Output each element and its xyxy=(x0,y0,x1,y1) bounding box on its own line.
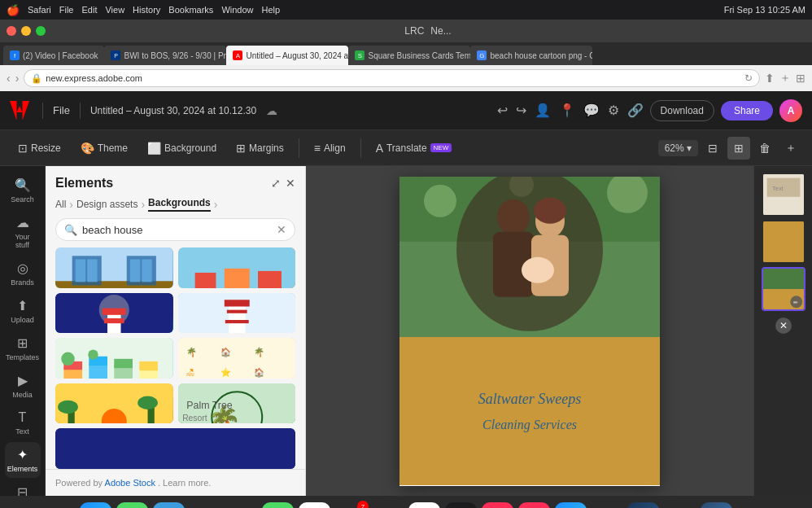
fit-icon[interactable]: ⊟ xyxy=(701,137,724,160)
sysbar-bookmarks[interactable]: Bookmarks xyxy=(168,5,213,15)
redo-icon[interactable]: ↪ xyxy=(516,103,526,118)
user-avatar[interactable]: A xyxy=(779,99,802,122)
link-icon[interactable]: 🔗 xyxy=(627,103,644,118)
background-image-6[interactable]: 🌴 🏠 🌴 🏖 ⭐ 🏠 🌴 🌴 🏖 xyxy=(178,338,296,379)
search-clear-button[interactable]: ✕ xyxy=(277,223,286,236)
background-color-button[interactable]: ⬜ Background xyxy=(139,138,225,158)
canvas-area[interactable]: Page 1 / 1 – Add title xyxy=(306,166,753,496)
window-close-button[interactable] xyxy=(7,26,16,36)
dock-lrc[interactable]: LRC xyxy=(627,502,659,508)
dock-appstore[interactable]: 🅰 xyxy=(555,502,587,508)
settings-icon[interactable]: ⚙ xyxy=(608,103,619,118)
dock-facetime[interactable]: 📹 xyxy=(262,502,294,508)
panel-close-button[interactable]: ✕ xyxy=(286,177,295,190)
search-input[interactable] xyxy=(82,224,272,236)
sysbar-edit[interactable]: Edit xyxy=(81,5,97,15)
sysbar-view[interactable]: View xyxy=(105,5,124,15)
sidebar-item-upload[interactable]: ⬆ Upload xyxy=(5,293,41,329)
undo-icon[interactable]: ↩ xyxy=(497,103,508,118)
reload-icon[interactable]: ↻ xyxy=(744,72,753,84)
dock-photos[interactable]: 🖼 xyxy=(225,502,257,508)
dock-music[interactable]: 🎵 xyxy=(482,502,513,508)
grid-view-icon[interactable]: ⊞ xyxy=(727,137,750,160)
dock-news[interactable]: 📰 xyxy=(518,502,550,508)
sidebar-item-elements[interactable]: ✦ Elements xyxy=(5,442,41,478)
sidebar-toggle-icon[interactable]: ⊞ xyxy=(796,72,805,85)
background-image-4[interactable] xyxy=(178,293,296,334)
adobe-stock-link[interactable]: Adobe Stock xyxy=(105,478,155,488)
dock-preview[interactable]: 🖼 xyxy=(737,502,769,508)
sidebar-item-text[interactable]: T Text xyxy=(5,405,41,440)
panel-close-x-button[interactable]: ✕ xyxy=(775,318,792,334)
sysbar-file[interactable]: File xyxy=(59,5,74,15)
canvas-page[interactable]: Saltwater Sweeps Cleaning Services xyxy=(399,177,660,486)
location-icon[interactable]: 📍 xyxy=(559,103,575,118)
sysbar-safari[interactable]: Safari xyxy=(28,5,51,15)
thumbnail-2[interactable] xyxy=(762,220,805,264)
resize-button[interactable]: ⊡ Resize xyxy=(10,138,69,158)
tab-square[interactable]: S Square Business Cards Templates &... xyxy=(348,46,470,65)
nav-forward-icon[interactable]: › xyxy=(15,72,20,85)
dock-safari[interactable]: 🧭 xyxy=(80,502,111,508)
download-button[interactable]: Download xyxy=(650,100,714,121)
dock-messages[interactable]: 💬 xyxy=(116,502,148,508)
tab-backgrounds[interactable]: Backgrounds xyxy=(148,197,211,212)
dock-calendar[interactable]: SEP 13 xyxy=(299,502,330,508)
dock-lr[interactable]: Lr xyxy=(701,502,732,508)
thumbnail-1[interactable]: Text xyxy=(762,173,805,217)
window-maximize-button[interactable] xyxy=(36,26,46,36)
tab-adobe[interactable]: A Untitled – August 30, 2024 at 10.12.30 xyxy=(226,46,348,65)
comment-icon[interactable]: 💬 xyxy=(583,103,600,118)
dock-finder[interactable]: 🖥 xyxy=(7,502,38,508)
add-page-icon[interactable]: ＋ xyxy=(779,137,802,160)
delete-page-icon[interactable]: 🗑 xyxy=(753,137,776,160)
dock-prefs[interactable]: 🔧 xyxy=(592,502,623,508)
sidebar-item-brands[interactable]: ◎ Brands xyxy=(5,256,41,291)
sidebar-item-templates[interactable]: ⊞ Templates xyxy=(5,331,41,366)
dock-textedit[interactable]: 📄 xyxy=(664,502,696,508)
background-image-5[interactable] xyxy=(55,338,173,379)
sidebar-item-your-stuff[interactable]: ☁ Your stuff xyxy=(5,210,41,254)
background-image-3[interactable] xyxy=(55,293,173,334)
file-menu-button[interactable]: File xyxy=(53,104,70,116)
background-image-7[interactable] xyxy=(55,383,173,424)
share-button[interactable]: Share xyxy=(721,101,773,120)
align-button[interactable]: ≡ Align xyxy=(306,138,354,158)
dock-trash[interactable]: 🗑 xyxy=(774,502,805,508)
dock-settings[interactable]: ⚙ xyxy=(43,502,75,508)
sidebar-item-search[interactable]: 🔍 Search xyxy=(5,173,41,208)
sysbar-window[interactable]: Window xyxy=(221,5,253,15)
search-bar[interactable]: 🔍 ✕ xyxy=(55,218,295,241)
tab-google[interactable]: G beach house cartoon png - Google... xyxy=(470,46,592,65)
dock-reminders[interactable]: 📋 7 xyxy=(335,502,367,508)
translate-button[interactable]: A Translate NEW xyxy=(368,138,461,158)
share-icon[interactable]: ⬆ xyxy=(765,72,775,85)
background-image-1[interactable] xyxy=(55,247,173,288)
dock-appletv[interactable]: 📺 xyxy=(445,502,477,508)
dock-maps[interactable]: 🗺 xyxy=(190,502,221,508)
invite-icon[interactable]: 👤 xyxy=(535,103,551,118)
sidebar-item-media[interactable]: ▶ Media xyxy=(5,368,41,404)
dock-freeform[interactable]: ∞ xyxy=(408,502,440,508)
new-tab-icon[interactable]: ＋ xyxy=(779,71,791,85)
tab-design-assets[interactable]: Design assets xyxy=(76,199,138,210)
background-image-8[interactable]: 🌴 Palm Tree Resort xyxy=(178,383,296,424)
sidebar-item-grids[interactable]: ⊟ Grids xyxy=(5,480,41,496)
dock-notes[interactable]: 📝 xyxy=(372,502,404,508)
dock-mail[interactable]: ✉ xyxy=(153,502,185,508)
theme-button[interactable]: 🎨 Theme xyxy=(72,138,136,158)
margins-button[interactable]: ⊞ Margins xyxy=(228,138,292,158)
nav-back-icon[interactable]: ‹ xyxy=(7,72,11,85)
panel-expand-button[interactable]: ⤢ xyxy=(271,177,281,190)
window-minimize-button[interactable] xyxy=(21,26,31,36)
tab-all[interactable]: All xyxy=(55,199,66,210)
sysbar-history[interactable]: History xyxy=(133,5,160,15)
apple-logo-icon[interactable]: 🍎 xyxy=(7,4,20,16)
background-image-9[interactable] xyxy=(55,428,295,469)
tab-facebook[interactable]: f (2) Video | Facebook xyxy=(3,46,104,65)
tab-priceline[interactable]: P BWI to BOS, 9/26 - 9/30 | Priceline... xyxy=(104,46,226,65)
sysbar-help[interactable]: Help xyxy=(262,5,281,15)
browser-address-bar[interactable]: 🔒 new.express.adobe.com ↻ xyxy=(24,69,760,87)
thumbnail-3[interactable]: ✏ xyxy=(762,267,805,311)
zoom-control[interactable]: 62% ▾ xyxy=(658,140,698,156)
